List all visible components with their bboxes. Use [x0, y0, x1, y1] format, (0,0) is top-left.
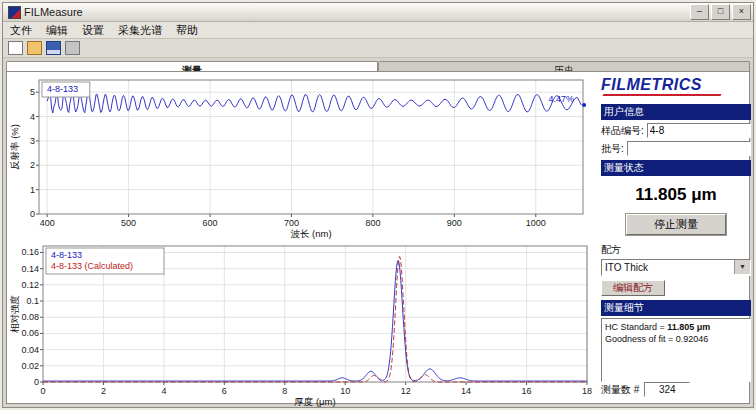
status-header: 测量状态: [601, 160, 751, 176]
open-icon[interactable]: [27, 41, 42, 55]
thickness-chart: 02468101214161800.020.040.060.080.10.120…: [9, 240, 597, 408]
sample-id-label: 样品编号:: [601, 124, 644, 138]
menu-item-file[interactable]: 文件: [3, 22, 39, 39]
details-header: 测量细节: [601, 300, 751, 316]
svg-text:16: 16: [522, 386, 532, 396]
filmetrics-logo: FILMETRICS: [601, 76, 751, 94]
thickness-reading: 11.805 μm: [601, 185, 751, 205]
new-document-icon[interactable]: [8, 41, 23, 55]
svg-text:400: 400: [40, 218, 55, 228]
svg-text:6: 6: [222, 386, 227, 396]
details-line-2: Goodness of fit = 0.92046: [605, 333, 747, 345]
svg-text:4-8-133: 4-8-133: [47, 84, 78, 94]
svg-text:0.02: 0.02: [21, 361, 39, 371]
details-line-1: HC Standard = 11.805 μm: [605, 321, 747, 333]
svg-text:18: 18: [582, 386, 592, 396]
svg-text:4-8-133: 4-8-133: [51, 250, 82, 260]
svg-text:4-8-133 (Calculated): 4-8-133 (Calculated): [51, 261, 133, 271]
charts-column: 4005006007008009001000012345波长 (nm)反射率 (…: [9, 74, 597, 408]
maximize-button[interactable]: □: [711, 4, 730, 20]
svg-text:0: 0: [34, 377, 39, 387]
svg-text:8: 8: [282, 386, 287, 396]
svg-text:0.12: 0.12: [21, 280, 39, 290]
svg-text:1000: 1000: [526, 218, 546, 228]
svg-text:反射率 (%): 反射率 (%): [9, 124, 20, 170]
title-bar: FILMeasure – □ ×: [3, 3, 753, 22]
main-content: 4005006007008009001000012345波长 (nm)反射率 (…: [6, 71, 750, 404]
user-info-header: 用户信息: [601, 104, 751, 120]
app-window: FILMeasure – □ × 文件 编辑 设置 采集光谱 帮助 测量 历史 …: [2, 2, 754, 408]
svg-text:厚度 (μm): 厚度 (μm): [294, 396, 335, 407]
svg-text:相对强度: 相对强度: [9, 295, 20, 333]
svg-text:4: 4: [30, 112, 35, 122]
svg-text:3: 3: [30, 136, 35, 146]
logo-underline: [602, 94, 721, 96]
svg-text:12: 12: [401, 386, 411, 396]
count-label: 测量数 #: [601, 383, 639, 397]
svg-text:14: 14: [461, 386, 471, 396]
svg-text:0: 0: [30, 209, 35, 219]
sample-id-input[interactable]: [647, 123, 751, 138]
close-button[interactable]: ×: [732, 4, 751, 20]
recipe-select[interactable]: ITO Thick ▼: [601, 259, 751, 276]
lot-input[interactable]: [627, 141, 751, 156]
svg-text:10: 10: [340, 386, 350, 396]
svg-text:2: 2: [101, 386, 106, 396]
menu-item-acquire-spectrum[interactable]: 采集光谱: [111, 22, 169, 39]
print-icon[interactable]: [65, 41, 80, 55]
svg-text:900: 900: [447, 218, 462, 228]
measurement-details: HC Standard = 11.805 μm Goodness of fit …: [601, 318, 751, 382]
svg-text:0.04: 0.04: [21, 345, 39, 355]
recipe-value: ITO Thick: [602, 262, 734, 273]
svg-text:0.16: 0.16: [21, 247, 39, 257]
svg-text:波长 (nm): 波长 (nm): [290, 228, 331, 239]
desktop-frame: FILMeasure – □ × 文件 编辑 设置 采集光谱 帮助 测量 历史 …: [0, 0, 756, 410]
svg-text:5: 5: [30, 87, 35, 97]
toolbar: [3, 39, 753, 58]
menu-item-settings[interactable]: 设置: [75, 22, 111, 39]
svg-text:0.1: 0.1: [26, 296, 39, 306]
menu-item-help[interactable]: 帮助: [169, 22, 205, 39]
menu-bar: 文件 编辑 设置 采集光谱 帮助: [3, 22, 753, 39]
svg-text:500: 500: [121, 218, 136, 228]
measurement-count-row: 测量数 # 324: [601, 382, 751, 399]
svg-text:2: 2: [30, 160, 35, 170]
stop-measure-button[interactable]: 停止测量: [626, 214, 726, 235]
svg-text:4: 4: [161, 386, 166, 396]
minimize-button[interactable]: –: [690, 4, 709, 20]
edit-recipe-button[interactable]: 编辑配方: [601, 280, 665, 296]
window-title: FILMeasure: [24, 6, 690, 18]
svg-text:0.06: 0.06: [21, 328, 39, 338]
menu-item-edit[interactable]: 编辑: [39, 22, 75, 39]
app-icon: [8, 6, 21, 19]
lot-label: 批号:: [601, 142, 624, 156]
save-icon[interactable]: [46, 41, 61, 55]
right-panel: FILMETRICS 用户信息 样品编号: 批号: 测量状态 11.805 μm…: [601, 76, 751, 399]
svg-text:0.14: 0.14: [21, 264, 39, 274]
svg-text:1: 1: [30, 185, 35, 195]
svg-text:0: 0: [40, 386, 45, 396]
reflectance-chart: 4005006007008009001000012345波长 (nm)反射率 (…: [9, 74, 597, 240]
svg-text:700: 700: [284, 218, 299, 228]
recipe-label: 配方: [601, 243, 751, 257]
count-value: 324: [644, 382, 690, 397]
svg-text:800: 800: [365, 218, 380, 228]
chevron-down-icon[interactable]: ▼: [734, 260, 750, 274]
svg-text:4.47%: 4.47%: [549, 94, 575, 104]
svg-text:600: 600: [203, 218, 218, 228]
svg-text:0.08: 0.08: [21, 312, 39, 322]
